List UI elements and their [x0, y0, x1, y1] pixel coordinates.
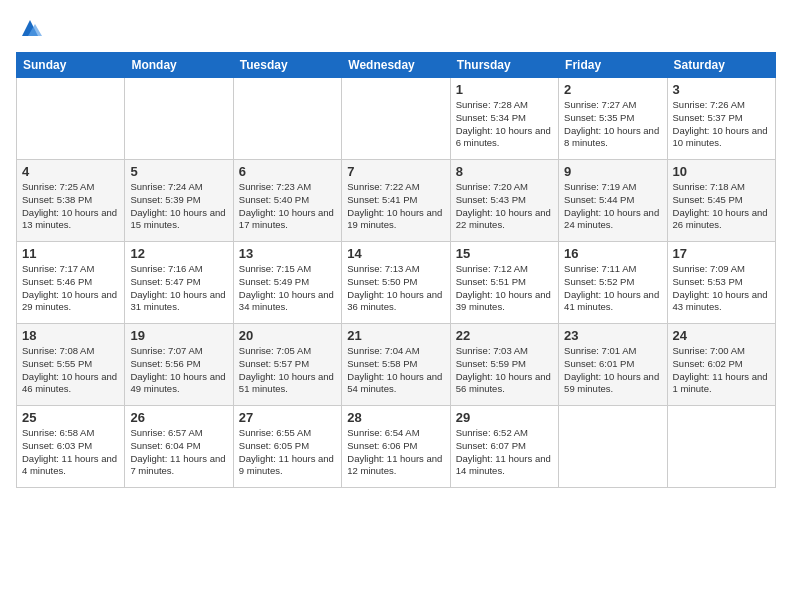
calendar-cell: 21Sunrise: 7:04 AM Sunset: 5:58 PM Dayli… — [342, 324, 450, 406]
day-number: 22 — [456, 328, 553, 343]
calendar-week-row: 18Sunrise: 7:08 AM Sunset: 5:55 PM Dayli… — [17, 324, 776, 406]
day-info: Sunrise: 7:00 AM Sunset: 6:02 PM Dayligh… — [673, 345, 770, 396]
calendar-cell: 4Sunrise: 7:25 AM Sunset: 5:38 PM Daylig… — [17, 160, 125, 242]
day-number: 7 — [347, 164, 444, 179]
day-number: 8 — [456, 164, 553, 179]
calendar-cell: 9Sunrise: 7:19 AM Sunset: 5:44 PM Daylig… — [559, 160, 667, 242]
day-info: Sunrise: 7:05 AM Sunset: 5:57 PM Dayligh… — [239, 345, 336, 396]
calendar-cell: 26Sunrise: 6:57 AM Sunset: 6:04 PM Dayli… — [125, 406, 233, 488]
day-number: 2 — [564, 82, 661, 97]
calendar-cell: 16Sunrise: 7:11 AM Sunset: 5:52 PM Dayli… — [559, 242, 667, 324]
calendar-week-row: 4Sunrise: 7:25 AM Sunset: 5:38 PM Daylig… — [17, 160, 776, 242]
calendar-cell: 27Sunrise: 6:55 AM Sunset: 6:05 PM Dayli… — [233, 406, 341, 488]
calendar-cell: 2Sunrise: 7:27 AM Sunset: 5:35 PM Daylig… — [559, 78, 667, 160]
calendar-cell: 5Sunrise: 7:24 AM Sunset: 5:39 PM Daylig… — [125, 160, 233, 242]
calendar-cell: 20Sunrise: 7:05 AM Sunset: 5:57 PM Dayli… — [233, 324, 341, 406]
calendar-cell: 22Sunrise: 7:03 AM Sunset: 5:59 PM Dayli… — [450, 324, 558, 406]
day-number: 14 — [347, 246, 444, 261]
day-number: 6 — [239, 164, 336, 179]
day-number: 20 — [239, 328, 336, 343]
day-info: Sunrise: 7:19 AM Sunset: 5:44 PM Dayligh… — [564, 181, 661, 232]
day-info: Sunrise: 7:26 AM Sunset: 5:37 PM Dayligh… — [673, 99, 770, 150]
day-number: 25 — [22, 410, 119, 425]
day-info: Sunrise: 7:22 AM Sunset: 5:41 PM Dayligh… — [347, 181, 444, 232]
day-info: Sunrise: 7:18 AM Sunset: 5:45 PM Dayligh… — [673, 181, 770, 232]
day-number: 12 — [130, 246, 227, 261]
page-header — [16, 16, 776, 40]
day-info: Sunrise: 7:01 AM Sunset: 6:01 PM Dayligh… — [564, 345, 661, 396]
day-of-week-header: Monday — [125, 53, 233, 78]
day-info: Sunrise: 7:17 AM Sunset: 5:46 PM Dayligh… — [22, 263, 119, 314]
day-info: Sunrise: 7:03 AM Sunset: 5:59 PM Dayligh… — [456, 345, 553, 396]
calendar-cell: 15Sunrise: 7:12 AM Sunset: 5:51 PM Dayli… — [450, 242, 558, 324]
day-number: 9 — [564, 164, 661, 179]
calendar-cell: 6Sunrise: 7:23 AM Sunset: 5:40 PM Daylig… — [233, 160, 341, 242]
day-info: Sunrise: 7:16 AM Sunset: 5:47 PM Dayligh… — [130, 263, 227, 314]
day-info: Sunrise: 6:54 AM Sunset: 6:06 PM Dayligh… — [347, 427, 444, 478]
day-info: Sunrise: 7:04 AM Sunset: 5:58 PM Dayligh… — [347, 345, 444, 396]
calendar-cell — [559, 406, 667, 488]
calendar-cell: 23Sunrise: 7:01 AM Sunset: 6:01 PM Dayli… — [559, 324, 667, 406]
day-number: 27 — [239, 410, 336, 425]
calendar-cell: 10Sunrise: 7:18 AM Sunset: 5:45 PM Dayli… — [667, 160, 775, 242]
calendar-cell: 3Sunrise: 7:26 AM Sunset: 5:37 PM Daylig… — [667, 78, 775, 160]
calendar-cell: 19Sunrise: 7:07 AM Sunset: 5:56 PM Dayli… — [125, 324, 233, 406]
calendar-cell: 24Sunrise: 7:00 AM Sunset: 6:02 PM Dayli… — [667, 324, 775, 406]
day-info: Sunrise: 7:25 AM Sunset: 5:38 PM Dayligh… — [22, 181, 119, 232]
day-number: 3 — [673, 82, 770, 97]
day-number: 29 — [456, 410, 553, 425]
day-number: 13 — [239, 246, 336, 261]
calendar-cell: 17Sunrise: 7:09 AM Sunset: 5:53 PM Dayli… — [667, 242, 775, 324]
day-info: Sunrise: 6:57 AM Sunset: 6:04 PM Dayligh… — [130, 427, 227, 478]
day-info: Sunrise: 7:27 AM Sunset: 5:35 PM Dayligh… — [564, 99, 661, 150]
day-number: 19 — [130, 328, 227, 343]
calendar-cell: 11Sunrise: 7:17 AM Sunset: 5:46 PM Dayli… — [17, 242, 125, 324]
day-number: 16 — [564, 246, 661, 261]
day-number: 17 — [673, 246, 770, 261]
day-number: 26 — [130, 410, 227, 425]
day-of-week-header: Wednesday — [342, 53, 450, 78]
calendar-cell: 12Sunrise: 7:16 AM Sunset: 5:47 PM Dayli… — [125, 242, 233, 324]
day-number: 18 — [22, 328, 119, 343]
calendar-cell — [125, 78, 233, 160]
calendar-cell — [17, 78, 125, 160]
day-info: Sunrise: 7:13 AM Sunset: 5:50 PM Dayligh… — [347, 263, 444, 314]
day-info: Sunrise: 7:09 AM Sunset: 5:53 PM Dayligh… — [673, 263, 770, 314]
day-number: 5 — [130, 164, 227, 179]
day-number: 21 — [347, 328, 444, 343]
calendar-cell: 25Sunrise: 6:58 AM Sunset: 6:03 PM Dayli… — [17, 406, 125, 488]
day-info: Sunrise: 7:15 AM Sunset: 5:49 PM Dayligh… — [239, 263, 336, 314]
day-info: Sunrise: 7:24 AM Sunset: 5:39 PM Dayligh… — [130, 181, 227, 232]
day-info: Sunrise: 7:12 AM Sunset: 5:51 PM Dayligh… — [456, 263, 553, 314]
day-of-week-header: Saturday — [667, 53, 775, 78]
logo-icon — [18, 16, 42, 40]
calendar-week-row: 25Sunrise: 6:58 AM Sunset: 6:03 PM Dayli… — [17, 406, 776, 488]
day-info: Sunrise: 7:07 AM Sunset: 5:56 PM Dayligh… — [130, 345, 227, 396]
day-number: 28 — [347, 410, 444, 425]
logo — [16, 16, 42, 40]
day-of-week-header: Sunday — [17, 53, 125, 78]
calendar-header-row: SundayMondayTuesdayWednesdayThursdayFrid… — [17, 53, 776, 78]
day-info: Sunrise: 7:20 AM Sunset: 5:43 PM Dayligh… — [456, 181, 553, 232]
day-info: Sunrise: 6:55 AM Sunset: 6:05 PM Dayligh… — [239, 427, 336, 478]
calendar-cell: 18Sunrise: 7:08 AM Sunset: 5:55 PM Dayli… — [17, 324, 125, 406]
day-of-week-header: Friday — [559, 53, 667, 78]
day-number: 23 — [564, 328, 661, 343]
day-info: Sunrise: 7:11 AM Sunset: 5:52 PM Dayligh… — [564, 263, 661, 314]
calendar-cell: 7Sunrise: 7:22 AM Sunset: 5:41 PM Daylig… — [342, 160, 450, 242]
day-of-week-header: Thursday — [450, 53, 558, 78]
day-number: 24 — [673, 328, 770, 343]
calendar-cell: 1Sunrise: 7:28 AM Sunset: 5:34 PM Daylig… — [450, 78, 558, 160]
day-number: 1 — [456, 82, 553, 97]
calendar-week-row: 1Sunrise: 7:28 AM Sunset: 5:34 PM Daylig… — [17, 78, 776, 160]
day-info: Sunrise: 7:08 AM Sunset: 5:55 PM Dayligh… — [22, 345, 119, 396]
day-info: Sunrise: 7:23 AM Sunset: 5:40 PM Dayligh… — [239, 181, 336, 232]
calendar-cell: 8Sunrise: 7:20 AM Sunset: 5:43 PM Daylig… — [450, 160, 558, 242]
calendar-week-row: 11Sunrise: 7:17 AM Sunset: 5:46 PM Dayli… — [17, 242, 776, 324]
calendar-cell — [667, 406, 775, 488]
day-info: Sunrise: 7:28 AM Sunset: 5:34 PM Dayligh… — [456, 99, 553, 150]
day-of-week-header: Tuesday — [233, 53, 341, 78]
day-info: Sunrise: 6:58 AM Sunset: 6:03 PM Dayligh… — [22, 427, 119, 478]
calendar-cell: 28Sunrise: 6:54 AM Sunset: 6:06 PM Dayli… — [342, 406, 450, 488]
calendar-cell: 14Sunrise: 7:13 AM Sunset: 5:50 PM Dayli… — [342, 242, 450, 324]
